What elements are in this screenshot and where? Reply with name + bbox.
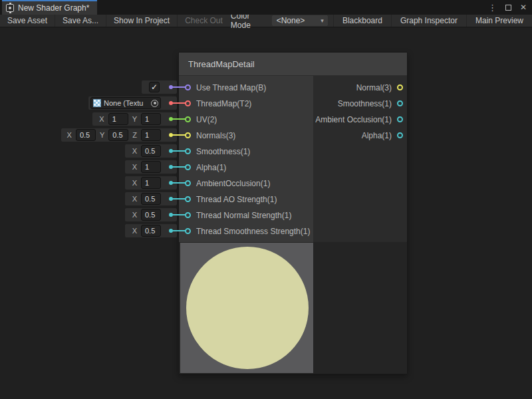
threadmap-t2-connector-line (171, 102, 186, 104)
use-thread-map-b-connector-line (171, 86, 186, 88)
toolbar-button-show-in-project[interactable]: Show In Project (106, 15, 178, 27)
unity-shader-graph-window: New Shader Graph* ⋮ ✕ Save AssetSave As.… (0, 0, 532, 399)
color-mode-dropdown[interactable]: <None> ▾ (272, 15, 328, 26)
use-thread-map-b-connector-dot (169, 85, 173, 89)
toolbar-button-save-as[interactable]: Save As... (55, 15, 106, 27)
thread-ao-strength-1-connector-dot (169, 197, 173, 201)
input-port-label: AmbientOcclusion(1) (196, 176, 270, 192)
thread-ao-strength-1-x-input[interactable] (141, 193, 161, 205)
node-threadmapdetail[interactable]: ThreadMapDetail Use Thread Map(B)ThreadM… (178, 52, 408, 374)
input-row-use-thread-map-b: Use Thread Map(B) (179, 80, 313, 96)
output-port-alpha-1[interactable] (397, 132, 403, 138)
toolbar-view-buttons: BlackboardGraph InspectorMain Preview (333, 15, 532, 27)
threadmap-t2-object-field[interactable]: None (Textu (90, 97, 161, 109)
input-row-ambientocclusion-1: AmbientOcclusion(1) (179, 176, 313, 192)
more-menu-icon[interactable]: ⋮ (488, 3, 497, 12)
threadmap-t2-default-widget: None (Textu (88, 96, 177, 110)
graph-canvas[interactable]: ThreadMapDetail Use Thread Map(B)ThreadM… (0, 29, 532, 399)
texture-thumbnail-icon (93, 99, 101, 107)
input-row-smoothness-1: Smoothness(1) (179, 144, 313, 160)
color-mode-value: <None> (272, 16, 321, 25)
tab-title: New Shader Graph* (18, 3, 89, 13)
toolbar-button-check-out: Check Out (178, 15, 231, 27)
input-port-label: Thread Smoothness Strength(1) (196, 223, 310, 239)
toolbar: Save AssetSave As...Show In ProjectCheck… (0, 15, 532, 28)
output-row-smoothness-1: Smoothness(1) (313, 96, 407, 112)
input-port-label: Use Thread Map(B) (196, 80, 266, 96)
output-port-normal-3[interactable] (397, 84, 403, 90)
ambientocclusion-1-x-input[interactable] (141, 177, 161, 189)
use-thread-map-b-checkbox[interactable]: ✓ (149, 82, 160, 92)
normals-3-axis-y: Y (100, 131, 104, 139)
preview-background (180, 243, 313, 373)
uv-2-y-input[interactable] (141, 113, 161, 125)
input-row-thread-ao-strength-1: Thread AO Strength(1) (179, 192, 313, 207)
ambientocclusion-1-connector-line (171, 182, 186, 184)
output-port-label: Normal(3) (356, 80, 392, 96)
thread-normal-strength-1-x-input[interactable] (141, 209, 161, 221)
object-picker-icon[interactable] (151, 100, 158, 107)
toolbar-button-blackboard[interactable]: Blackboard (333, 15, 391, 27)
output-port-ambient-occlusion-1[interactable] (397, 116, 403, 122)
normals-3-z-input[interactable] (141, 129, 161, 141)
normals-3-default-widget: XYZ (61, 128, 177, 142)
input-port-label: Alpha(1) (196, 160, 226, 176)
output-port-smoothness-1[interactable] (397, 100, 403, 106)
thread-smoothness-strength-1-connector-line (171, 230, 186, 231)
node-inputs-column: Use Thread Map(B)ThreadMap(T2)UV(2)Norma… (179, 76, 313, 242)
output-row-normal-3: Normal(3) (313, 80, 407, 96)
alpha-1-x-input[interactable] (141, 161, 161, 173)
input-row-thread-smoothness-strength-1: Thread Smoothness Strength(1) (179, 223, 313, 239)
output-port-label: Ambient Occlusion(1) (315, 112, 392, 128)
input-row-threadmap-t2: ThreadMap(T2) (179, 96, 313, 112)
output-port-label: Alpha(1) (362, 128, 392, 144)
maximize-icon[interactable] (505, 5, 511, 11)
color-mode-label: Color Mode (231, 15, 272, 27)
uv-2-x-input[interactable] (108, 113, 128, 125)
alpha-1-axis-x: X (132, 163, 137, 171)
tab-new-shader-graph[interactable]: New Shader Graph* (2, 0, 97, 15)
uv-2-connector-dot (169, 117, 173, 121)
smoothness-1-connector-dot (169, 149, 173, 153)
smoothness-1-axis-x: X (132, 147, 137, 155)
uv-2-axis-x: X (99, 115, 104, 123)
node-title: ThreadMapDetail (188, 59, 255, 69)
output-port-label: Smoothness(1) (338, 96, 392, 112)
input-port-label: Normals(3) (196, 128, 235, 144)
preview-sphere (186, 247, 309, 369)
toolbar-button-main-preview[interactable]: Main Preview (466, 15, 532, 27)
thread-ao-strength-1-axis-x: X (132, 195, 137, 203)
ambientocclusion-1-axis-x: X (132, 179, 137, 187)
thread-normal-strength-1-connector-line (171, 214, 186, 215)
normals-3-connector-line (171, 134, 186, 136)
input-row-normals-3: Normals(3) (179, 128, 313, 144)
input-row-uv-2: UV(2) (179, 112, 313, 128)
normals-3-axis-z: Z (132, 131, 137, 139)
uv-2-axis-y: Y (132, 115, 137, 123)
toolbar-file-buttons: Save AssetSave As...Show In ProjectCheck… (0, 15, 231, 27)
input-port-label: Smoothness(1) (196, 144, 250, 160)
thread-smoothness-strength-1-x-input[interactable] (141, 225, 161, 237)
input-row-thread-normal-strength-1: Thread Normal Strength(1) (179, 207, 313, 223)
smoothness-1-x-input[interactable] (141, 145, 161, 157)
output-row-alpha-1: Alpha(1) (313, 128, 407, 144)
toolbar-button-graph-inspector[interactable]: Graph Inspector (391, 15, 466, 27)
normals-3-y-input[interactable] (108, 129, 128, 141)
normals-3-x-input[interactable] (76, 129, 96, 141)
input-row-alpha-1: Alpha(1) (179, 160, 313, 176)
node-header[interactable]: ThreadMapDetail (179, 53, 407, 76)
close-icon[interactable]: ✕ (520, 3, 527, 11)
uv-2-default-widget: XY (92, 112, 177, 126)
alpha-1-connector-line (171, 166, 186, 168)
input-port-label: UV(2) (196, 112, 217, 128)
thread-smoothness-strength-1-axis-x: X (132, 227, 137, 235)
input-port-label: ThreadMap(T2) (196, 96, 251, 112)
input-port-label: Thread AO Strength(1) (196, 192, 277, 207)
toolbar-button-save-asset[interactable]: Save Asset (0, 15, 55, 27)
thread-smoothness-strength-1-connector-dot (169, 229, 173, 233)
shader-graph-asset-icon (6, 4, 14, 12)
chevron-down-icon: ▾ (321, 17, 328, 24)
thread-ao-strength-1-connector-line (171, 198, 186, 200)
normals-3-connector-dot (169, 133, 173, 137)
ambientocclusion-1-connector-dot (169, 181, 173, 185)
